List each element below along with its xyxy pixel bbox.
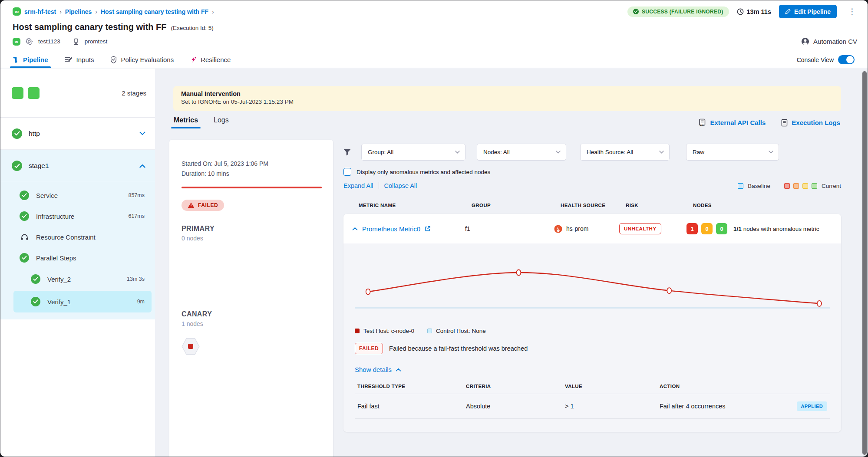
service-name[interactable]: test1123 [38,38,60,45]
sidebar-step-infrastructure[interactable]: Infrastructure 617ms [0,206,155,227]
breadcrumb-separator: › [95,8,97,15]
tab-pipeline[interactable]: Pipeline [13,52,48,68]
metric-chart-svg [355,250,830,324]
success-check-icon [12,128,22,139]
tab-resilience[interactable]: Resilience [190,52,231,68]
api-document-icon: API [699,118,706,127]
canary-node-hexagon[interactable] [182,338,200,355]
control-host-legend: Control Host: None [427,328,486,334]
tab-inputs-label: Inputs [76,56,94,63]
step-label: Verify_2 [47,276,120,283]
external-link-icon[interactable] [425,226,431,232]
test-host-swatch-icon [355,329,360,333]
chevron-down-icon [556,151,561,154]
app-window: ∞ srm-hf-test › Pipelines › Host samplin… [0,0,868,457]
nodes-filter-dropdown[interactable]: Nodes: All [477,144,566,161]
stage-square-icon[interactable] [28,87,40,99]
tab-metrics[interactable]: Metrics [174,116,198,128]
status-badge: SUCCESS (FAILURE IGNORED) [627,7,729,17]
sidebar-step-resource-constraint[interactable]: Resource Constraint [0,227,155,247]
health-source-name[interactable]: promtest [85,38,108,45]
verify-summary-panel: Started On: Jul 5, 2023 1:06 PM Duration… [169,140,333,457]
success-check-icon [12,161,22,171]
execution-logs-label: Execution Logs [792,119,840,126]
metrics-table-header: METRIC NAME GROUP HEALTH SOURCE RISK NOD… [343,203,841,208]
health-source-icon [73,38,79,45]
console-view-toggle[interactable] [838,55,855,64]
page-header: ∞ srm-hf-test › Pipelines › Host samplin… [0,0,868,52]
banner-title: Manual Intervention [181,90,833,97]
sidebar-stage-stage1[interactable]: stage1 [0,150,155,182]
vertical-scrollbar[interactable] [862,71,867,455]
step-label: Verify_1 [47,298,130,306]
metric-name-link[interactable]: Prometheus Metric0 [362,225,420,233]
collapse-all-link[interactable]: Collapse All [384,182,417,189]
chevron-up-icon[interactable] [139,164,145,168]
external-api-calls-label: External API Calls [710,119,766,126]
pencil-icon [785,9,791,14]
edit-pipeline-button[interactable]: Edit Pipeline [779,5,837,18]
breadcrumb-separator: › [212,8,214,15]
col-health-source: HEALTH SOURCE [561,203,626,208]
tab-inputs[interactable]: Inputs [65,52,94,68]
manual-intervention-banner: Manual Intervention Set to IGNORE on 05-… [173,86,841,111]
user-name: Automation CV [813,38,857,45]
health-source-filter-value: Health Source: All [587,149,633,155]
test-host-legend: Test Host: c-node-0 [355,328,414,334]
anomalous-checkbox-label[interactable]: Display only anomalous metrics and affec… [356,169,490,175]
stage-square-icon[interactable] [12,87,23,99]
sidebar-step-parallel-steps[interactable]: Parallel Steps [0,247,155,268]
current-legend-label: Current [822,183,841,189]
threshold-table: THRESHOLD TYPE CRITERIA VALUE ACTION Fai… [355,384,830,419]
tab-policy-evaluations[interactable]: Policy Evaluations [110,52,174,68]
filter-row: Group: All Nodes: All Health Source: All… [343,144,841,161]
group-filter-dropdown[interactable]: Group: All [361,144,465,161]
anomalous-node-dot [188,344,193,349]
tab-resilience-label: Resilience [201,56,231,63]
shield-check-icon [110,56,117,63]
check-circle-icon [633,9,639,14]
chevron-down-icon[interactable] [139,132,145,135]
sidebar-step-service[interactable]: Service 857ms [0,185,155,206]
healthy-node-count-badge: 0 [716,223,727,234]
show-details-link[interactable]: Show details [355,366,830,373]
threshold-table-header: THRESHOLD TYPE CRITERIA VALUE ACTION [355,384,830,394]
elapsed-time-value: 13m 11s [747,8,771,15]
metric-card: Prometheus Metric0 f1 hs-prom UNHEALTHY … [343,214,841,432]
health-source-filter-dropdown[interactable]: Health Source: All [580,144,670,161]
control-host-legend-label: Control Host: None [436,328,486,334]
current-orange-swatch-icon [793,183,799,189]
metric-chart[interactable] [355,250,830,324]
collapse-chevron-up-icon[interactable] [352,227,358,230]
prometheus-icon [554,225,562,233]
filter-funnel-icon[interactable] [343,149,351,156]
expand-all-link[interactable]: Expand All [343,182,373,189]
started-on: Started On: Jul 5, 2023 1:06 PM [182,159,322,169]
view-mode-dropdown[interactable]: Raw [686,144,779,161]
expand-collapse-row: Expand All Collapse All Baseline Current [343,182,841,189]
stage-label: stage1 [29,162,133,170]
breadcrumb-pipelines[interactable]: Pipelines [65,8,92,15]
applied-badge: APPLIED [797,401,827,411]
sidebar-stage-http[interactable]: http [0,118,155,150]
breadcrumb-pipeline-name[interactable]: Host sampling canary testing with FF [101,8,208,15]
col-risk: RISK [626,203,693,208]
execution-logs-link[interactable]: Execution Logs [781,118,840,127]
external-api-calls-link[interactable]: API External API Calls [699,118,766,127]
sidebar-step-verify-2[interactable]: Verify_2 13m 3s [0,268,155,290]
divider [379,182,379,189]
anomalous-checkbox[interactable] [343,168,351,176]
panel-links: API External API Calls Execution Logs [699,118,840,127]
col-nodes: NODES [693,203,841,208]
analysis-failure-reason: Failed because a fail-fast threshold was… [389,345,528,352]
step-label: Resource Constraint [36,233,138,241]
sidebar-step-verify-1[interactable]: Verify_1 9m [13,291,152,312]
tab-logs[interactable]: Logs [214,116,229,128]
sidebar-stage1-block: stage1 Service 857ms Infrastructure 617m… [0,150,155,319]
more-options-icon[interactable]: ⋮ [845,7,860,16]
progress-bar-failed [182,187,322,188]
execution-sidebar: 2 stages http stage1 [0,69,155,457]
breadcrumb-project[interactable]: srm-hf-test [24,8,56,15]
col-value: VALUE [565,384,660,389]
metric-health-source: hs-prom [566,225,588,232]
